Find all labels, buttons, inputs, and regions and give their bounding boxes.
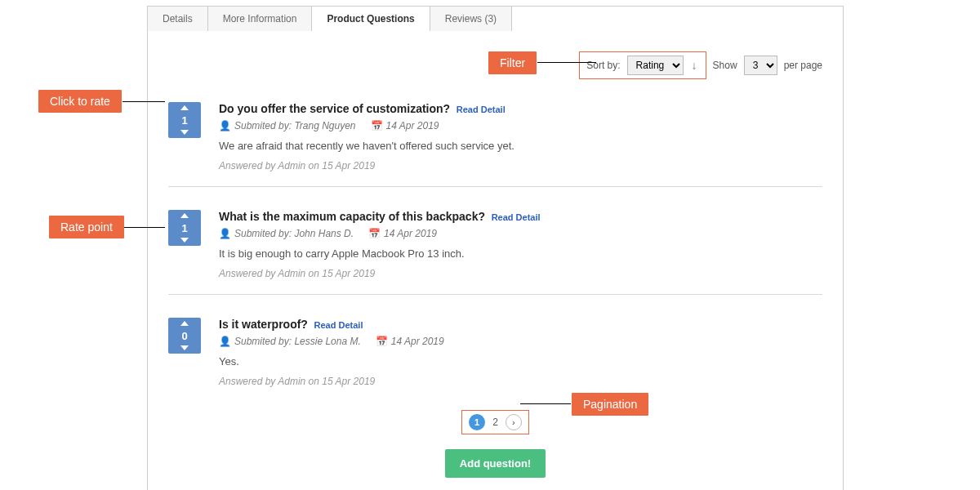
tab-more-info[interactable]: More Information: [207, 6, 313, 31]
answer-text: We are afraid that recently we haven't o…: [219, 140, 822, 152]
calendar-icon: 📅: [371, 120, 383, 131]
question-item: 0 Is it waterproof? Read Detail 👤Submite…: [168, 294, 822, 402]
pagination: 1 2 ›: [461, 410, 529, 434]
questions-panel: Sort by: Rating ↓ Show 3 per page 1: [147, 6, 844, 490]
sort-group: Sort by: Rating ↓: [579, 51, 706, 79]
rating-value: 0: [181, 331, 187, 341]
rate-up-icon[interactable]: [180, 321, 189, 326]
rate-down-icon[interactable]: [180, 345, 189, 350]
submitted-label: Submited by:: [234, 120, 292, 131]
rate-down-icon[interactable]: [180, 238, 189, 243]
calendar-icon: 📅: [368, 228, 381, 239]
author-name: Lessie Lona M.: [294, 336, 360, 347]
sort-direction-button[interactable]: ↓: [690, 59, 699, 72]
callout-click-to-rate: Click to rate: [38, 90, 122, 113]
question-title: Is it waterproof?: [219, 318, 308, 331]
author-name: John Hans D.: [294, 228, 354, 239]
tab-reviews[interactable]: Reviews (3): [430, 6, 512, 31]
rating-value: 1: [181, 223, 187, 234]
question-item: 1 Do you offer the service of customizat…: [168, 96, 822, 186]
add-question-button[interactable]: Add question!: [445, 449, 546, 478]
question-title: What is the maximum capacity of this bac…: [219, 210, 485, 223]
rating-box: 1: [168, 210, 201, 246]
rate-up-icon[interactable]: [180, 105, 189, 110]
callout-pagination: Pagination: [572, 393, 648, 416]
lead-line: [537, 62, 596, 63]
rating-value: 1: [181, 115, 187, 126]
user-icon: 👤: [219, 228, 231, 239]
chevron-right-icon: ›: [512, 417, 515, 427]
rate-down-icon[interactable]: [180, 130, 189, 135]
question-date: 14 Apr 2019: [391, 336, 444, 347]
answer-text: It is big enough to carry Apple Macbook …: [219, 247, 822, 260]
page-next-button[interactable]: ›: [506, 414, 522, 430]
arrow-down-icon: ↓: [692, 59, 697, 72]
question-item: 1 What is the maximum capacity of this b…: [168, 186, 822, 294]
question-date: 14 Apr 2019: [386, 120, 439, 131]
lead-line: [122, 101, 165, 102]
show-label: Show: [713, 60, 737, 71]
question-title: Do you offer the service of customizatio…: [219, 102, 450, 115]
user-icon: 👤: [219, 120, 231, 131]
tab-product-questions[interactable]: Product Questions: [311, 6, 430, 31]
show-per-page-select[interactable]: 3: [744, 56, 777, 75]
author-name: Trang Nguyen: [294, 120, 355, 131]
lead-line: [124, 227, 165, 228]
sort-by-select[interactable]: Rating: [627, 56, 684, 75]
callout-rate-point: Rate point: [49, 216, 124, 238]
answer-text: Yes.: [219, 355, 822, 368]
submitted-label: Submited by:: [234, 336, 292, 347]
rate-up-icon[interactable]: [180, 213, 189, 218]
page-2[interactable]: 2: [490, 416, 501, 428]
rating-box: 1: [168, 102, 201, 138]
read-detail-link[interactable]: Read Detail: [314, 320, 363, 330]
product-tabs: Details More Information Product Questio…: [147, 6, 511, 31]
page-current[interactable]: 1: [469, 414, 485, 430]
rating-box: 0: [168, 318, 201, 354]
answered-by: Answered by Admin on 15 Apr 2019: [219, 268, 822, 279]
read-detail-link[interactable]: Read Detail: [457, 105, 506, 114]
callout-filter: Filter: [488, 51, 537, 74]
answered-by: Answered by Admin on 15 Apr 2019: [219, 160, 822, 172]
question-date: 14 Apr 2019: [384, 228, 437, 239]
read-detail-link[interactable]: Read Detail: [492, 212, 541, 222]
calendar-icon: 📅: [376, 336, 388, 347]
per-page-label: per page: [784, 60, 822, 71]
tab-details[interactable]: Details: [147, 6, 208, 31]
user-icon: 👤: [219, 336, 231, 347]
lead-line: [520, 403, 571, 404]
answered-by: Answered by Admin on 15 Apr 2019: [219, 376, 822, 387]
submitted-label: Submited by:: [234, 228, 292, 239]
